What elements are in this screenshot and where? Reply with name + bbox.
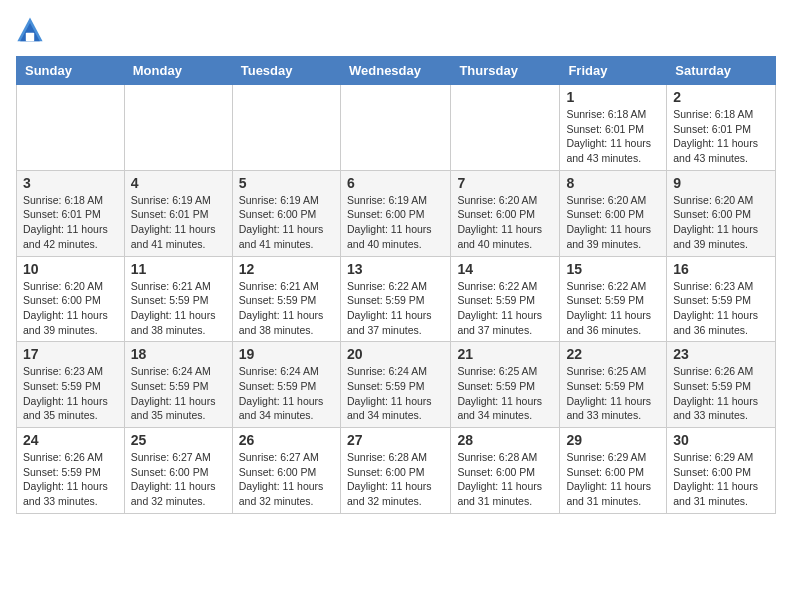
day-info: Sunrise: 6:18 AM Sunset: 6:01 PM Dayligh… — [566, 107, 660, 166]
day-number: 15 — [566, 261, 660, 277]
calendar-cell: 18Sunrise: 6:24 AM Sunset: 5:59 PM Dayli… — [124, 342, 232, 428]
calendar-cell: 9Sunrise: 6:20 AM Sunset: 6:00 PM Daylig… — [667, 170, 776, 256]
calendar-cell: 25Sunrise: 6:27 AM Sunset: 6:00 PM Dayli… — [124, 428, 232, 514]
day-number: 28 — [457, 432, 553, 448]
day-number: 22 — [566, 346, 660, 362]
calendar-cell: 5Sunrise: 6:19 AM Sunset: 6:00 PM Daylig… — [232, 170, 340, 256]
day-number: 3 — [23, 175, 118, 191]
calendar-cell: 30Sunrise: 6:29 AM Sunset: 6:00 PM Dayli… — [667, 428, 776, 514]
calendar-cell: 24Sunrise: 6:26 AM Sunset: 5:59 PM Dayli… — [17, 428, 125, 514]
calendar-body: 1Sunrise: 6:18 AM Sunset: 6:01 PM Daylig… — [17, 85, 776, 514]
calendar-week-row: 17Sunrise: 6:23 AM Sunset: 5:59 PM Dayli… — [17, 342, 776, 428]
day-info: Sunrise: 6:24 AM Sunset: 5:59 PM Dayligh… — [131, 364, 226, 423]
calendar-table: SundayMondayTuesdayWednesdayThursdayFrid… — [16, 56, 776, 514]
day-number: 18 — [131, 346, 226, 362]
day-info: Sunrise: 6:19 AM Sunset: 6:01 PM Dayligh… — [131, 193, 226, 252]
weekday-header-cell: Thursday — [451, 57, 560, 85]
day-number: 20 — [347, 346, 444, 362]
day-info: Sunrise: 6:22 AM Sunset: 5:59 PM Dayligh… — [347, 279, 444, 338]
page-header — [16, 16, 776, 44]
day-info: Sunrise: 6:29 AM Sunset: 6:00 PM Dayligh… — [673, 450, 769, 509]
weekday-header-cell: Wednesday — [340, 57, 450, 85]
calendar-cell: 12Sunrise: 6:21 AM Sunset: 5:59 PM Dayli… — [232, 256, 340, 342]
calendar-cell: 3Sunrise: 6:18 AM Sunset: 6:01 PM Daylig… — [17, 170, 125, 256]
day-number: 21 — [457, 346, 553, 362]
calendar-cell: 14Sunrise: 6:22 AM Sunset: 5:59 PM Dayli… — [451, 256, 560, 342]
calendar-cell — [124, 85, 232, 171]
calendar-cell: 19Sunrise: 6:24 AM Sunset: 5:59 PM Dayli… — [232, 342, 340, 428]
calendar-cell — [340, 85, 450, 171]
day-info: Sunrise: 6:24 AM Sunset: 5:59 PM Dayligh… — [347, 364, 444, 423]
weekday-header-row: SundayMondayTuesdayWednesdayThursdayFrid… — [17, 57, 776, 85]
day-number: 27 — [347, 432, 444, 448]
calendar-cell: 29Sunrise: 6:29 AM Sunset: 6:00 PM Dayli… — [560, 428, 667, 514]
day-number: 30 — [673, 432, 769, 448]
day-number: 29 — [566, 432, 660, 448]
calendar-week-row: 3Sunrise: 6:18 AM Sunset: 6:01 PM Daylig… — [17, 170, 776, 256]
calendar-week-row: 10Sunrise: 6:20 AM Sunset: 6:00 PM Dayli… — [17, 256, 776, 342]
calendar-cell: 2Sunrise: 6:18 AM Sunset: 6:01 PM Daylig… — [667, 85, 776, 171]
day-number: 11 — [131, 261, 226, 277]
day-info: Sunrise: 6:20 AM Sunset: 6:00 PM Dayligh… — [673, 193, 769, 252]
day-info: Sunrise: 6:21 AM Sunset: 5:59 PM Dayligh… — [131, 279, 226, 338]
calendar-cell: 10Sunrise: 6:20 AM Sunset: 6:00 PM Dayli… — [17, 256, 125, 342]
calendar-week-row: 1Sunrise: 6:18 AM Sunset: 6:01 PM Daylig… — [17, 85, 776, 171]
calendar-cell: 6Sunrise: 6:19 AM Sunset: 6:00 PM Daylig… — [340, 170, 450, 256]
calendar-week-row: 24Sunrise: 6:26 AM Sunset: 5:59 PM Dayli… — [17, 428, 776, 514]
day-number: 25 — [131, 432, 226, 448]
day-info: Sunrise: 6:22 AM Sunset: 5:59 PM Dayligh… — [457, 279, 553, 338]
day-number: 17 — [23, 346, 118, 362]
calendar-cell: 21Sunrise: 6:25 AM Sunset: 5:59 PM Dayli… — [451, 342, 560, 428]
day-number: 24 — [23, 432, 118, 448]
day-number: 16 — [673, 261, 769, 277]
day-number: 10 — [23, 261, 118, 277]
calendar-cell: 13Sunrise: 6:22 AM Sunset: 5:59 PM Dayli… — [340, 256, 450, 342]
calendar-cell: 15Sunrise: 6:22 AM Sunset: 5:59 PM Dayli… — [560, 256, 667, 342]
day-info: Sunrise: 6:29 AM Sunset: 6:00 PM Dayligh… — [566, 450, 660, 509]
day-number: 7 — [457, 175, 553, 191]
calendar-cell — [451, 85, 560, 171]
calendar-cell: 17Sunrise: 6:23 AM Sunset: 5:59 PM Dayli… — [17, 342, 125, 428]
calendar-cell: 1Sunrise: 6:18 AM Sunset: 6:01 PM Daylig… — [560, 85, 667, 171]
day-number: 2 — [673, 89, 769, 105]
day-number: 6 — [347, 175, 444, 191]
day-number: 26 — [239, 432, 334, 448]
day-info: Sunrise: 6:23 AM Sunset: 5:59 PM Dayligh… — [23, 364, 118, 423]
day-info: Sunrise: 6:20 AM Sunset: 6:00 PM Dayligh… — [23, 279, 118, 338]
day-info: Sunrise: 6:23 AM Sunset: 5:59 PM Dayligh… — [673, 279, 769, 338]
calendar-cell: 22Sunrise: 6:25 AM Sunset: 5:59 PM Dayli… — [560, 342, 667, 428]
calendar-cell: 28Sunrise: 6:28 AM Sunset: 6:00 PM Dayli… — [451, 428, 560, 514]
weekday-header-cell: Tuesday — [232, 57, 340, 85]
calendar-cell: 27Sunrise: 6:28 AM Sunset: 6:00 PM Dayli… — [340, 428, 450, 514]
day-info: Sunrise: 6:20 AM Sunset: 6:00 PM Dayligh… — [457, 193, 553, 252]
day-number: 23 — [673, 346, 769, 362]
day-number: 13 — [347, 261, 444, 277]
calendar-cell: 11Sunrise: 6:21 AM Sunset: 5:59 PM Dayli… — [124, 256, 232, 342]
calendar-cell: 4Sunrise: 6:19 AM Sunset: 6:01 PM Daylig… — [124, 170, 232, 256]
day-number: 5 — [239, 175, 334, 191]
weekday-header-cell: Friday — [560, 57, 667, 85]
day-number: 19 — [239, 346, 334, 362]
day-info: Sunrise: 6:27 AM Sunset: 6:00 PM Dayligh… — [131, 450, 226, 509]
day-info: Sunrise: 6:19 AM Sunset: 6:00 PM Dayligh… — [239, 193, 334, 252]
calendar-cell: 16Sunrise: 6:23 AM Sunset: 5:59 PM Dayli… — [667, 256, 776, 342]
calendar-cell: 8Sunrise: 6:20 AM Sunset: 6:00 PM Daylig… — [560, 170, 667, 256]
day-info: Sunrise: 6:20 AM Sunset: 6:00 PM Dayligh… — [566, 193, 660, 252]
day-info: Sunrise: 6:27 AM Sunset: 6:00 PM Dayligh… — [239, 450, 334, 509]
day-info: Sunrise: 6:21 AM Sunset: 5:59 PM Dayligh… — [239, 279, 334, 338]
logo — [16, 16, 48, 44]
day-number: 1 — [566, 89, 660, 105]
day-info: Sunrise: 6:18 AM Sunset: 6:01 PM Dayligh… — [23, 193, 118, 252]
day-info: Sunrise: 6:26 AM Sunset: 5:59 PM Dayligh… — [23, 450, 118, 509]
logo-icon — [16, 16, 44, 44]
day-info: Sunrise: 6:28 AM Sunset: 6:00 PM Dayligh… — [347, 450, 444, 509]
weekday-header-cell: Sunday — [17, 57, 125, 85]
calendar-cell: 7Sunrise: 6:20 AM Sunset: 6:00 PM Daylig… — [451, 170, 560, 256]
day-info: Sunrise: 6:22 AM Sunset: 5:59 PM Dayligh… — [566, 279, 660, 338]
day-info: Sunrise: 6:28 AM Sunset: 6:00 PM Dayligh… — [457, 450, 553, 509]
day-info: Sunrise: 6:25 AM Sunset: 5:59 PM Dayligh… — [566, 364, 660, 423]
day-info: Sunrise: 6:26 AM Sunset: 5:59 PM Dayligh… — [673, 364, 769, 423]
calendar-cell: 26Sunrise: 6:27 AM Sunset: 6:00 PM Dayli… — [232, 428, 340, 514]
weekday-header-cell: Monday — [124, 57, 232, 85]
day-number: 12 — [239, 261, 334, 277]
